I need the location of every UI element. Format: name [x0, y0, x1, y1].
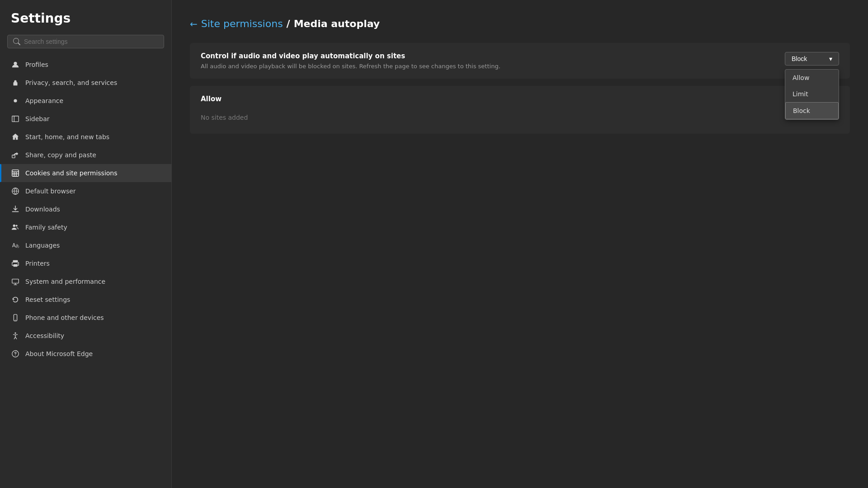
svg-text:あ: あ — [15, 244, 19, 248]
svg-rect-21 — [12, 279, 19, 283]
breadcrumb-separator: / — [287, 18, 290, 29]
breadcrumb-current: Media autoplay — [294, 18, 380, 29]
control-card-description: All audio and video playback will be blo… — [201, 63, 500, 70]
sidebar-item-label-privacy: Privacy, search, and services — [25, 79, 117, 86]
svg-rect-19 — [14, 264, 18, 267]
breadcrumb-link[interactable]: Site permissions — [201, 18, 283, 29]
control-card-title: Control if audio and video play automati… — [201, 52, 500, 60]
svg-point-26 — [14, 333, 16, 334]
sidebar-item-phone[interactable]: Phone and other devices — [0, 309, 171, 327]
sidebar-item-languages[interactable]: AあLanguages — [0, 236, 171, 254]
allow-section: Allow No sites added — [190, 86, 850, 134]
main-content: ← Site permissions / Media autoplay Cont… — [172, 0, 868, 488]
about-icon — [11, 349, 20, 358]
no-sites-text: No sites added — [201, 110, 839, 125]
sidebar-item-label-profiles: Profiles — [25, 61, 48, 68]
control-card: Control if audio and video play automati… — [190, 43, 850, 79]
sidebar-title: Settings — [0, 11, 171, 35]
accessibility-icon — [11, 331, 20, 340]
search-icon — [13, 38, 20, 45]
sidebar-item-cookies[interactable]: Cookies and site permissions — [0, 164, 171, 182]
dropdown-option-limit[interactable]: Limit — [785, 86, 839, 102]
svg-rect-6 — [12, 170, 19, 176]
languages-icon: Aあ — [11, 241, 20, 250]
sidebar: Settings ProfilesPrivacy, search, and se… — [0, 0, 172, 488]
svg-point-14 — [16, 225, 18, 226]
sidebar-item-label-cookies: Cookies and site permissions — [25, 169, 118, 177]
dropdown-current-value: Block — [792, 55, 807, 62]
sidebar-item-printers[interactable]: Printers — [0, 254, 171, 272]
sidebar-item-label-system: System and performance — [25, 278, 105, 285]
svg-point-20 — [17, 263, 18, 264]
sidebar-item-share-copy[interactable]: Share, copy and paste — [0, 146, 171, 164]
start-home-icon — [11, 132, 20, 141]
dropdown-wrapper: Block ▾ Allow Limit Block — [785, 52, 839, 66]
sidebar-item-label-sidebar: Sidebar — [25, 115, 50, 122]
sidebar-item-downloads[interactable]: Downloads — [0, 200, 171, 218]
sidebar-item-sidebar[interactable]: Sidebar — [0, 110, 171, 128]
sidebar-item-reset[interactable]: Reset settings — [0, 291, 171, 309]
sidebar-item-profiles[interactable]: Profiles — [0, 56, 171, 74]
svg-point-0 — [14, 62, 17, 65]
svg-point-13 — [13, 225, 15, 227]
nav-list: ProfilesPrivacy, search, and servicesApp… — [0, 56, 171, 488]
control-card-text: Control if audio and video play automati… — [201, 52, 500, 70]
privacy-icon — [11, 78, 20, 87]
sidebar-item-default-browser[interactable]: Default browser — [0, 182, 171, 200]
sidebar-item-label-family-safety: Family safety — [25, 224, 67, 231]
sidebar-item-label-appearance: Appearance — [25, 97, 63, 104]
sidebar-item-label-about: About Microsoft Edge — [25, 350, 93, 357]
dropdown-menu: Allow Limit Block — [785, 69, 839, 120]
sidebar-icon — [11, 114, 20, 123]
sidebar-item-privacy[interactable]: Privacy, search, and services — [0, 74, 171, 92]
phone-icon — [11, 313, 20, 322]
sidebar-item-family-safety[interactable]: Family safety — [0, 218, 171, 236]
default-browser-icon — [11, 187, 20, 196]
sidebar-item-label-reset: Reset settings — [25, 296, 70, 303]
svg-rect-1 — [14, 82, 18, 85]
reset-icon — [11, 295, 20, 304]
downloads-icon — [11, 205, 20, 214]
svg-rect-3 — [12, 116, 19, 122]
svg-point-2 — [14, 99, 17, 102]
sidebar-item-label-languages: Languages — [25, 242, 60, 249]
sidebar-item-label-share-copy: Share, copy and paste — [25, 151, 96, 159]
dropdown-option-allow[interactable]: Allow — [785, 70, 839, 86]
share-copy-icon — [11, 150, 20, 160]
sidebar-item-label-printers: Printers — [25, 260, 50, 267]
sidebar-item-system[interactable]: System and performance — [0, 272, 171, 291]
svg-point-25 — [15, 319, 15, 320]
back-button[interactable]: ← — [190, 19, 198, 29]
allow-section-header: Allow — [201, 95, 839, 103]
breadcrumb: ← Site permissions / Media autoplay — [190, 18, 850, 29]
sidebar-item-start-home[interactable]: Start, home, and new tabs — [0, 128, 171, 146]
profiles-icon — [11, 60, 20, 69]
search-box[interactable] — [7, 35, 164, 48]
sidebar-item-label-accessibility: Accessibility — [25, 332, 64, 339]
search-input[interactable] — [24, 38, 158, 45]
sidebar-item-about[interactable]: About Microsoft Edge — [0, 345, 171, 363]
sidebar-item-label-phone: Phone and other devices — [25, 314, 104, 321]
cookies-icon — [11, 169, 20, 178]
autoplay-dropdown-button[interactable]: Block ▾ — [785, 52, 839, 66]
system-icon — [11, 277, 20, 286]
sidebar-item-label-downloads: Downloads — [25, 206, 60, 213]
sidebar-item-accessibility[interactable]: Accessibility — [0, 327, 171, 345]
dropdown-option-block[interactable]: Block — [785, 102, 839, 119]
sidebar-item-appearance[interactable]: Appearance — [0, 92, 171, 110]
printers-icon — [11, 259, 20, 268]
family-safety-icon — [11, 223, 20, 232]
chevron-down-icon: ▾ — [829, 55, 832, 62]
sidebar-item-label-default-browser: Default browser — [25, 188, 76, 195]
appearance-icon — [11, 96, 20, 105]
sidebar-item-label-start-home: Start, home, and new tabs — [25, 133, 109, 141]
svg-point-27 — [15, 355, 15, 356]
